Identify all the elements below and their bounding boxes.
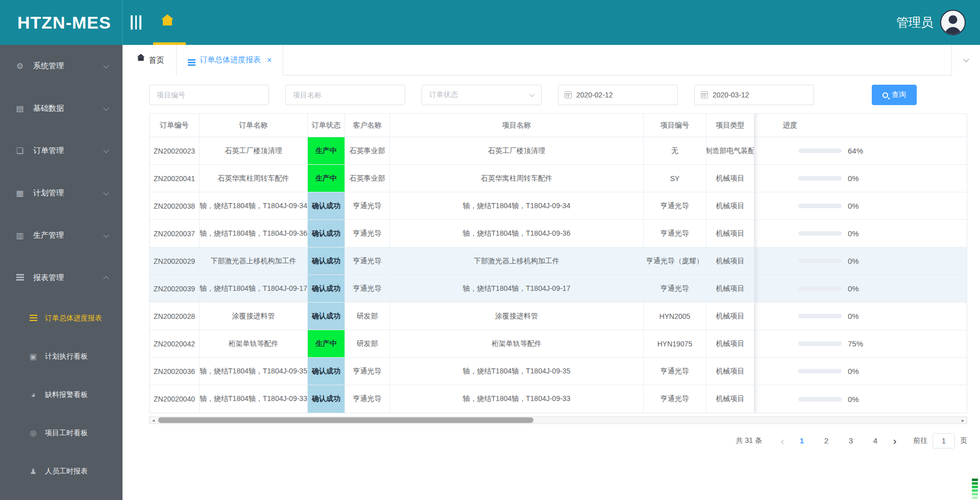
- status-badge: 确认成功: [308, 247, 345, 274]
- server-icon: ▥: [15, 231, 24, 240]
- tab-list-dropdown-button[interactable]: [951, 45, 980, 76]
- menu-bars-icon: [15, 273, 24, 283]
- page-number-1[interactable]: 1: [793, 433, 811, 448]
- table-row-6[interactable]: ZN20020028涂覆接进料管确认成功研发部涂覆接进料管HYN2005机械项目…: [150, 303, 967, 330]
- cell-project_type: 机械项目: [706, 275, 754, 302]
- cell-order_name: 轴，烧结T1804轴，T1804J-09-33: [200, 385, 308, 413]
- progress-percent-label: 0%: [848, 229, 859, 238]
- username-label: 管理员: [896, 14, 933, 31]
- cell-order_no: ZN20020036: [150, 358, 200, 385]
- progress-cell: 0%: [754, 220, 967, 247]
- cell-order_name: 涂覆接进料管: [200, 303, 308, 330]
- level-meter-widget: [972, 479, 978, 499]
- cell-project_type: 制造部电气装配: [706, 137, 754, 164]
- column-header-2: 订单状态: [308, 114, 345, 137]
- table-horizontal-scrollbar[interactable]: ◂ ▸: [149, 416, 967, 424]
- sidebar-subitem-4[interactable]: ♟人员工时报表: [0, 452, 122, 490]
- search-button[interactable]: 查询: [872, 85, 917, 105]
- calendar-icon: [565, 91, 572, 98]
- progress-bar: [798, 397, 842, 402]
- cell-project_no: 亨通光导: [644, 385, 706, 413]
- list-icon: [188, 59, 195, 61]
- table-row-9[interactable]: ZN20020040轴，烧结T1804轴，T1804J-09-33确认成功亨通光…: [150, 385, 967, 413]
- chevron-down-icon: [103, 189, 109, 195]
- table-row-2[interactable]: ZN20020038轴，烧结T1804轴，T1804J-09-34确认成功亨通光…: [150, 192, 967, 220]
- table-row-7[interactable]: ZN20020042桁架单轨等配件生产中研发部桁架单轨等配件HYN19075机械…: [150, 330, 967, 358]
- date-to-picker[interactable]: 2020-03-12: [694, 85, 814, 105]
- cell-project_name: 涂覆接进料管: [390, 303, 644, 330]
- progress-cell: 0%: [754, 358, 967, 385]
- cell-customer: 亨通光导: [345, 220, 390, 247]
- project-no-input[interactable]: [149, 85, 269, 105]
- pagination-next-button[interactable]: ›: [888, 435, 902, 447]
- cell-order_name: 石英工厂楼顶清理: [200, 137, 308, 164]
- table-row-3[interactable]: ZN20020037轴，烧结T1804轴，T1804J-09-36确认成功亨通光…: [150, 220, 967, 247]
- tab-home[interactable]: 首页: [122, 45, 177, 76]
- pie-chart-icon: ◕: [29, 390, 38, 399]
- table-row-8[interactable]: ZN20020036轴，烧结T1804轴，T1804J-09-35确认成功亨通光…: [150, 358, 967, 385]
- cell-project_no: 亨通光导（庞耀）: [644, 247, 706, 274]
- status-badge: 确认成功: [308, 385, 345, 413]
- cell-customer: 亨通光导: [345, 247, 390, 274]
- progress-bar: [798, 231, 842, 236]
- header-home-button[interactable]: [161, 14, 179, 30]
- column-header-1: 订单名称: [200, 114, 308, 137]
- pagination-prev-button[interactable]: ‹: [775, 435, 790, 447]
- column-header-5: 项目编号: [644, 114, 706, 137]
- tab-order-progress-report[interactable]: 订单总体进度报表 ×: [177, 45, 283, 76]
- table-row-4[interactable]: ZN20020029下部激光器上移机构加工件确认成功亨通光导下部激光器上移机构加…: [150, 247, 967, 275]
- sidebar-subitem-0[interactable]: 订单总体进度报表: [0, 299, 122, 337]
- pagination-total-label: 共 31 条: [736, 436, 762, 445]
- database-icon: ▤: [15, 104, 24, 113]
- order-status-select[interactable]: 订单状态: [422, 85, 542, 105]
- page-number-4[interactable]: 4: [866, 433, 885, 448]
- cell-order_name: 轴，烧结T1804轴，T1804J-09-35: [200, 358, 308, 385]
- sidebar-subitem-3[interactable]: ◎项目工时看板: [0, 414, 122, 452]
- table-header-row: 订单编号订单名称订单状态客户名称项目名称项目编号项目类型进度: [150, 114, 967, 137]
- table-row-1[interactable]: ZN20020041石英华寓柱周转车配件生产中石英事业部石英华寓柱周转车配件SY…: [150, 165, 967, 192]
- page-number-3[interactable]: 3: [842, 433, 860, 448]
- column-header-0: 订单编号: [150, 114, 200, 137]
- goto-page-input[interactable]: [933, 433, 955, 448]
- chevron-up-icon: [103, 276, 109, 281]
- sidebar-item-5[interactable]: 报表管理: [0, 257, 122, 299]
- scroll-left-arrow-icon[interactable]: ◂: [150, 417, 157, 423]
- cell-order_no: ZN20020028: [150, 303, 200, 330]
- project-name-input[interactable]: [285, 85, 405, 105]
- sidebar-item-0[interactable]: ⚙系统管理: [0, 45, 122, 87]
- gear-icon: ⚙: [15, 61, 24, 71]
- page-unit-label: 页: [960, 436, 967, 445]
- progress-percent-label: 0%: [848, 284, 859, 293]
- progress-bar: [798, 259, 842, 263]
- cell-project_name: 石英华寓柱周转车配件: [390, 165, 644, 192]
- progress-cell: 0%: [754, 247, 967, 274]
- progress-cell: 0%: [754, 275, 967, 302]
- sidebar-subitem-label: 计划执行看板: [45, 352, 88, 361]
- cell-customer: 亨通光导: [345, 385, 390, 413]
- sidebar-collapse-icon[interactable]: [131, 15, 144, 30]
- progress-percent-label: 0%: [848, 395, 859, 404]
- scrollbar-track[interactable]: [157, 417, 959, 423]
- table-row-5[interactable]: ZN20020039轴，烧结T1804轴，T1804J-09-17确认成功亨通光…: [150, 275, 967, 303]
- user-avatar[interactable]: [940, 10, 966, 35]
- status-badge: 生产中: [308, 165, 345, 192]
- date-from-picker[interactable]: 2020-02-12: [558, 85, 678, 105]
- table-row-0[interactable]: ZN20020023石英工厂楼顶清理生产中石英事业部石英工厂楼顶清理无制造部电气…: [150, 137, 967, 165]
- app-logo-text: HTZN-MES: [17, 13, 111, 33]
- app-logo: HTZN-MES: [0, 0, 122, 45]
- sidebar-subitem-2[interactable]: ◕缺料报警看板: [0, 376, 122, 414]
- chevron-down-icon: [103, 105, 109, 110]
- page-number-2[interactable]: 2: [817, 433, 836, 448]
- cell-customer: 石英事业部: [345, 165, 390, 192]
- sidebar-item-3[interactable]: ▦计划管理: [0, 172, 122, 214]
- tab-close-icon[interactable]: ×: [267, 56, 272, 65]
- sidebar-item-4[interactable]: ▥生产管理: [0, 214, 122, 257]
- sidebar-item-1[interactable]: ▤基础数据: [0, 87, 122, 130]
- scrollbar-thumb[interactable]: [158, 417, 533, 423]
- scroll-right-arrow-icon[interactable]: ▸: [959, 417, 967, 423]
- cell-project_no: HYN19075: [644, 330, 706, 357]
- sidebar-subitem-1[interactable]: ▣计划执行看板: [0, 337, 122, 376]
- status-badge: 确认成功: [308, 192, 345, 219]
- cell-order_no: ZN20020042: [150, 330, 200, 357]
- sidebar-item-2[interactable]: ❏订单管理: [0, 130, 122, 172]
